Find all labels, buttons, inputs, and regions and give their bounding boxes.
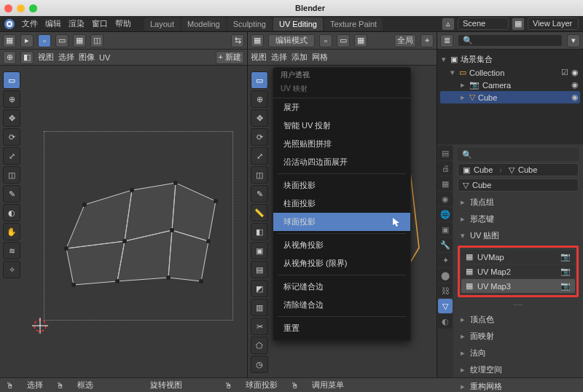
panel-vertex-groups[interactable]: ▸顶点组 [458,194,579,211]
uvmap-row-0[interactable]: ▦ UVMap 📷 [461,250,575,264]
uv-mode-vertex-icon[interactable]: ▫ [38,34,51,47]
vp-tool-add-cube[interactable]: ◧ [251,223,268,240]
props-search-input[interactable]: 🔍 [458,148,579,161]
vp-tool-spin[interactable]: ◷ [251,356,268,373]
vp-tool-cursor[interactable]: ⊕ [251,90,268,108]
outliner-filter-icon[interactable]: ▾ [567,34,580,47]
vp-menu-add[interactable]: 添加 [292,52,308,63]
tab-layout[interactable]: Layout [144,17,180,31]
active-render-icon[interactable]: 📷 [560,281,571,291]
menu-window[interactable]: 窗口 [92,18,108,29]
vp-tool-measure[interactable]: 📏 [251,204,268,222]
tool-annotate[interactable]: ✎ [3,185,20,203]
tool-relax[interactable]: ≋ [3,242,20,259]
panel-face-maps[interactable]: ▸面映射 [458,328,579,345]
uv-mode-island-icon[interactable]: ◫ [90,34,103,47]
view-layer-field[interactable]: View Layer [528,17,579,30]
panel-uv-maps[interactable]: ▾UV 贴图 [458,227,579,244]
vert-mode-icon[interactable]: ▫ [319,34,332,47]
uv-mode-edge-icon[interactable]: ▭ [55,34,69,47]
eye-icon[interactable]: ◉ [571,80,579,90]
tool-move[interactable]: ✥ [3,109,20,127]
ctx-view-proj[interactable]: 从视角投影 [273,236,410,254]
tool-rotate[interactable]: ⟳ [3,128,20,146]
vp-tool-select[interactable]: ▭ [251,71,268,89]
tab-uv-editing[interactable]: UV Editing [273,17,323,31]
vp-tool-move[interactable]: ✥ [251,109,268,127]
outliner-item-cube[interactable]: ▸ ▽ Cube ◉ [440,91,580,103]
outliner-search-input[interactable]: 🔍 [458,34,563,47]
tool-cursor[interactable]: ⊕ [3,90,20,108]
tab-world-icon[interactable]: 🌐 [438,207,453,222]
ctx-view-proj-bounds[interactable]: 从视角投影 (限界) [273,254,410,273]
vp-tool-poly[interactable]: ⬠ [251,337,268,354]
face-mode-icon[interactable]: ▦ [354,34,367,47]
show-overlays-icon[interactable]: ◧ [20,51,34,64]
tab-constraints-icon[interactable]: ⛓ [438,283,453,298]
uv-menu-uv[interactable]: UV [99,53,110,62]
window-close-icon[interactable] [4,4,12,12]
vp-tool-transform[interactable]: ◫ [251,166,268,184]
scene-browse-icon[interactable]: ▵ [442,17,455,31]
menu-help[interactable]: 帮助 [115,18,131,29]
vp-menu-view[interactable]: 视图 [251,52,267,63]
window-zoom-icon[interactable] [29,4,37,12]
tool-grab[interactable]: ✋ [3,223,20,240]
panel-vertex-colors[interactable]: ▸顶点色 [458,311,579,328]
tab-render-icon[interactable]: ▤ [438,146,453,160]
vp-tool-annotate[interactable]: ✎ [251,185,268,203]
editor-type-icon[interactable]: ▦ [3,34,16,47]
vp-tool-loopcut[interactable]: ▥ [251,299,268,316]
menu-edit[interactable]: 编辑 [45,18,61,29]
uv-menu-view[interactable]: 视图 [38,52,54,63]
object-pin-field[interactable]: ▣ Cube › ▽ Cube [458,163,579,176]
tab-scene-icon[interactable]: ◉ [438,192,453,206]
vp-menu-select[interactable]: 选择 [271,52,287,63]
tab-mesh-data-icon[interactable]: ▽ [438,299,453,313]
ctx-lightmap[interactable]: 光照贴图拼排 [273,135,410,153]
ctx-reset[interactable]: 重置 [273,319,410,337]
tool-rip[interactable]: ◐ [3,204,20,222]
tool-scale[interactable]: ⤢ [3,147,20,165]
list-grip-icon[interactable]: ┄┄ [458,299,579,311]
mesh-name-field[interactable]: ▽ Cube [458,179,579,192]
tab-object-icon[interactable]: ▣ [438,222,453,237]
uv-sync-icon[interactable]: ⇆ [231,34,244,47]
tab-sculpting[interactable]: Sculpting [227,17,272,31]
restrict-toggle-icon[interactable]: ☑ [561,68,568,77]
edge-mode-icon[interactable]: ▭ [337,34,350,47]
outliner-collection[interactable]: ▾ ▭ Collection ☑ ◉ [440,66,580,79]
new-image-button[interactable]: + 新建 [216,51,244,64]
viewport-type-icon[interactable]: ▦ [251,34,264,47]
uv-mode-face-icon[interactable]: ▦ [73,34,86,47]
active-render-icon[interactable]: 📷 [560,267,571,276]
vp-tool-inset[interactable]: ▤ [251,261,268,278]
vp-tool-bevel[interactable]: ◩ [251,280,268,297]
vp-tool-rotate[interactable]: ⟳ [251,128,268,146]
ctx-follow-quads[interactable]: 沿活动四边面展开 [273,153,410,171]
tab-output-icon[interactable]: 🖨 [438,161,453,176]
uv-menu-select[interactable]: 选择 [58,52,74,63]
eye-icon[interactable]: ◉ [571,93,579,102]
tool-pinch[interactable]: ✧ [3,261,20,278]
tab-texture-paint[interactable]: Texture Paint [324,17,383,31]
uvmap-row-2[interactable]: ▦ UV Map3 📷 [461,279,575,293]
eye-icon[interactable]: ◉ [571,68,579,77]
ctx-smart-uv[interactable]: 智能 UV 投射 [273,117,410,135]
panel-normals[interactable]: ▸法向 [458,345,579,361]
ctx-sphere-proj[interactable]: 球面投影 [273,213,410,231]
uv-menu-image[interactable]: 图像 [79,52,95,63]
outliner-item-camera[interactable]: ▸ 📷 Camera ◉ [440,79,580,91]
mode-select-dropdown[interactable]: 编辑模式 [268,34,315,47]
scene-name-field[interactable]: Scene [458,17,509,30]
select-tool-icon[interactable]: ▸ [20,34,34,47]
tab-material-icon[interactable]: ◐ [438,314,453,329]
tab-modeling[interactable]: Modeling [181,17,226,31]
tab-viewlayer-icon[interactable]: ▦ [438,176,453,191]
outliner-type-icon[interactable]: ≣ [440,34,453,47]
snap-icon[interactable]: ⌖ [420,34,434,47]
panel-texture-space[interactable]: ▸纹理空间 [458,361,579,378]
panel-remesh[interactable]: ▸重构网格 [458,378,579,392]
ctx-clear-seam[interactable]: 清除缝合边 [273,296,410,314]
uvmap-row-1[interactable]: ▦ UV Map2 📷 [461,264,575,278]
